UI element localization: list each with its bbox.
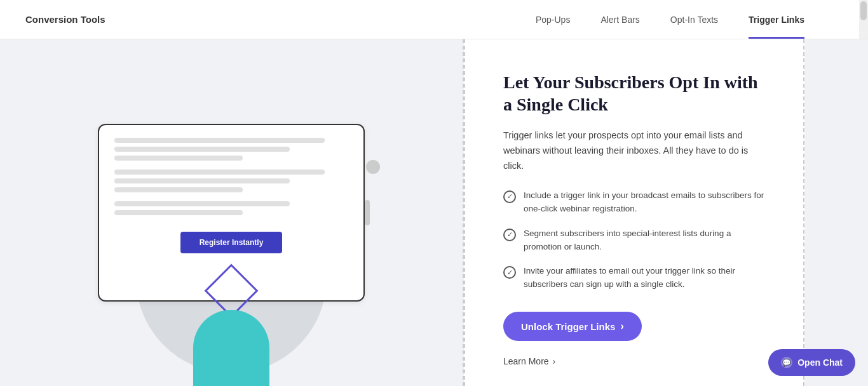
tablet-line	[114, 178, 290, 183]
feature-text-1: Include a trigger link in your broadcast…	[524, 189, 765, 216]
unlock-button-label: Unlock Trigger Links	[521, 321, 615, 332]
illustration-section: Register Instantly	[0, 39, 464, 386]
tablet-side-button	[365, 200, 370, 225]
tablet-lines-group-1	[114, 138, 348, 161]
tablet-line	[114, 147, 290, 152]
feature-item-1: Include a trigger link in your broadcast…	[503, 189, 765, 216]
scrollbar-thumb[interactable]	[860, 1, 867, 20]
brand-label: Conversion Tools	[25, 14, 105, 25]
feature-text-3: Invite your affiliates to email out your…	[524, 265, 765, 291]
tablet-line	[114, 156, 243, 161]
teal-person-shape	[193, 310, 269, 386]
nav-item-popups[interactable]: Pop-Ups	[536, 0, 570, 39]
tablet-register-button[interactable]: Register Instantly	[180, 232, 282, 253]
tablet-lines-group-2	[114, 170, 348, 192]
feature-text-2: Segment subscribers into special-interes…	[524, 227, 765, 254]
learn-more-arrow-icon: ›	[553, 356, 556, 366]
page-title: Let Your Subscribers Opt In with a Singl…	[503, 71, 765, 116]
open-chat-label: Open Chat	[797, 357, 843, 368]
unlock-button-arrow-icon: ›	[620, 321, 623, 332]
tablet-line	[114, 138, 325, 143]
scrollbar[interactable]	[859, 0, 868, 39]
content-section: Let Your Subscribers Opt In with a Singl…	[464, 39, 804, 386]
check-icon-2	[503, 229, 516, 241]
tablet-line	[114, 201, 290, 206]
nav-item-optintexts[interactable]: Opt-In Texts	[670, 0, 718, 39]
small-circle-decoration	[366, 160, 380, 174]
tablet-line	[114, 210, 243, 215]
learn-more-label: Learn More	[503, 356, 549, 366]
feature-list: Include a trigger link in your broadcast…	[503, 189, 765, 292]
header: Conversion Tools Pop-Ups Alert Bars Opt-…	[0, 0, 868, 39]
tablet-content: Register Instantly	[114, 138, 348, 253]
feature-item-3: Invite your affiliates to email out your…	[503, 265, 765, 291]
main-nav: Pop-Ups Alert Bars Opt-In Texts Trigger …	[536, 0, 804, 39]
tablet-lines-group-3	[114, 201, 348, 215]
content-description: Trigger links let your prospects opt int…	[503, 128, 757, 174]
main-content: Register Instantly Let Your Subscribers …	[0, 39, 868, 386]
tablet-line	[114, 187, 243, 192]
unlock-button[interactable]: Unlock Trigger Links ›	[503, 312, 642, 341]
check-icon-3	[503, 266, 516, 279]
chat-icon: 💬	[781, 357, 792, 368]
nav-item-triggerlinks[interactable]: Trigger Links	[749, 0, 804, 39]
right-panel	[804, 39, 868, 386]
learn-more-button[interactable]: Learn More ›	[503, 356, 765, 366]
feature-item-2: Segment subscribers into special-interes…	[503, 227, 765, 254]
nav-item-alertbars[interactable]: Alert Bars	[600, 0, 639, 39]
check-icon-1	[503, 190, 516, 203]
open-chat-button[interactable]: 💬 Open Chat	[768, 349, 855, 376]
tablet-line	[114, 170, 325, 175]
